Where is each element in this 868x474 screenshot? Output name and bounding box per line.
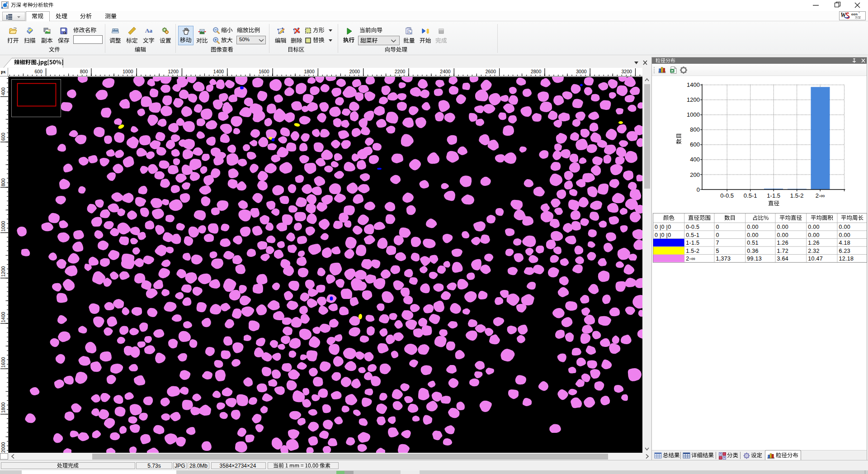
svg-text:Aa: Aa (145, 27, 152, 34)
svg-text:2: 2 (410, 31, 412, 35)
